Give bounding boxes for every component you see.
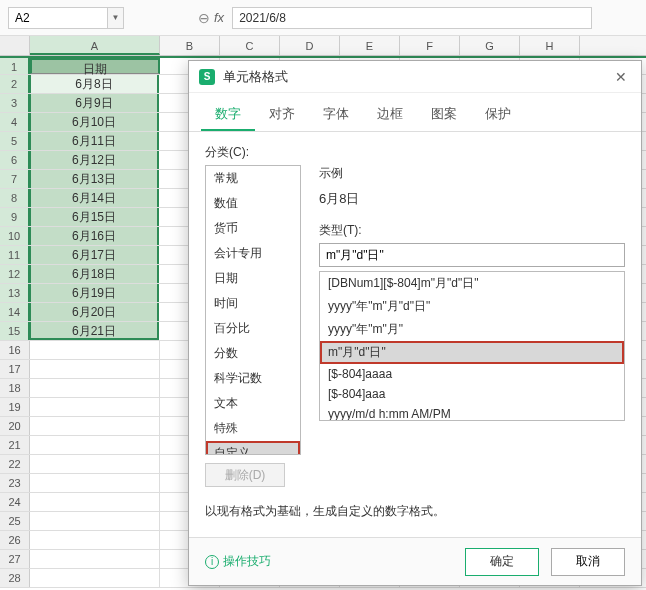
type-item[interactable]: yyyy"年"m"月"d"日"	[320, 295, 624, 318]
row-header-24[interactable]: 24	[0, 493, 30, 511]
category-item[interactable]: 货币	[206, 216, 300, 241]
type-item[interactable]: m"月"d"日"	[320, 341, 624, 364]
category-item[interactable]: 会计专用	[206, 241, 300, 266]
row-header-25[interactable]: 25	[0, 512, 30, 530]
cancel-button[interactable]: 取消	[551, 548, 625, 576]
row-header-8[interactable]: 8	[0, 189, 30, 207]
cell-A20[interactable]	[30, 417, 160, 435]
fx-icon[interactable]: fx	[214, 10, 224, 25]
row-header-3[interactable]: 3	[0, 94, 30, 112]
cell-A2[interactable]: 6月8日	[29, 75, 159, 93]
type-input[interactable]	[319, 243, 625, 267]
tab-0[interactable]: 数字	[201, 99, 255, 131]
category-item[interactable]: 科学记数	[206, 366, 300, 391]
row-header-1[interactable]: 1	[0, 58, 30, 74]
row-header-27[interactable]: 27	[0, 550, 30, 568]
category-list[interactable]: 常规数值货币会计专用日期时间百分比分数科学记数文本特殊自定义	[205, 165, 301, 455]
row-header-18[interactable]: 18	[0, 379, 30, 397]
zoom-out-icon[interactable]: ⊖	[198, 10, 210, 26]
category-item[interactable]: 时间	[206, 291, 300, 316]
row-header-5[interactable]: 5	[0, 132, 30, 150]
row-header-12[interactable]: 12	[0, 265, 30, 283]
cell-A28[interactable]	[30, 569, 160, 587]
col-header-B[interactable]: B	[160, 36, 220, 55]
select-all-corner[interactable]	[0, 36, 30, 55]
type-item[interactable]: [$-804]aaaa	[320, 364, 624, 384]
cell-A8[interactable]: 6月14日	[29, 189, 159, 207]
type-list[interactable]: [DBNum1][$-804]m"月"d"日"yyyy"年"m"月"d"日"yy…	[319, 271, 625, 421]
tab-4[interactable]: 图案	[417, 99, 471, 131]
cell-A15[interactable]: 6月21日	[29, 322, 159, 340]
category-item[interactable]: 百分比	[206, 316, 300, 341]
category-item[interactable]: 文本	[206, 391, 300, 416]
name-box[interactable]	[8, 7, 108, 29]
cell-A5[interactable]: 6月11日	[29, 132, 159, 150]
type-item[interactable]: [DBNum1][$-804]m"月"d"日"	[320, 272, 624, 295]
cell-A10[interactable]: 6月16日	[29, 227, 159, 245]
col-header-F[interactable]: F	[400, 36, 460, 55]
cell-A27[interactable]	[30, 550, 160, 568]
cell-A24[interactable]	[30, 493, 160, 511]
row-header-7[interactable]: 7	[0, 170, 30, 188]
row-header-28[interactable]: 28	[0, 569, 30, 587]
tab-1[interactable]: 对齐	[255, 99, 309, 131]
type-item[interactable]: [$-804]aaa	[320, 384, 624, 404]
category-item[interactable]: 特殊	[206, 416, 300, 441]
category-item[interactable]: 数值	[206, 191, 300, 216]
row-header-10[interactable]: 10	[0, 227, 30, 245]
tab-2[interactable]: 字体	[309, 99, 363, 131]
type-item[interactable]: yyyy"年"m"月"	[320, 318, 624, 341]
row-header-16[interactable]: 16	[0, 341, 30, 359]
formula-bar[interactable]: 2021/6/8	[232, 7, 592, 29]
col-header-H[interactable]: H	[520, 36, 580, 55]
col-header-G[interactable]: G	[460, 36, 520, 55]
cell-A7[interactable]: 6月13日	[29, 170, 159, 188]
row-header-6[interactable]: 6	[0, 151, 30, 169]
cell-A12[interactable]: 6月18日	[29, 265, 159, 283]
col-header-C[interactable]: C	[220, 36, 280, 55]
cell-A6[interactable]: 6月12日	[29, 151, 159, 169]
col-header-D[interactable]: D	[280, 36, 340, 55]
category-item[interactable]: 日期	[206, 266, 300, 291]
cell-A9[interactable]: 6月15日	[29, 208, 159, 226]
cell-A22[interactable]	[30, 455, 160, 473]
cell-A3[interactable]: 6月9日	[29, 94, 159, 112]
tab-5[interactable]: 保护	[471, 99, 525, 131]
category-item[interactable]: 常规	[206, 166, 300, 191]
type-item[interactable]: yyyy/m/d h:mm AM/PM	[320, 404, 624, 421]
tab-3[interactable]: 边框	[363, 99, 417, 131]
cell-A21[interactable]	[30, 436, 160, 454]
cell-A25[interactable]	[30, 512, 160, 530]
row-header-14[interactable]: 14	[0, 303, 30, 321]
row-header-22[interactable]: 22	[0, 455, 30, 473]
row-header-26[interactable]: 26	[0, 531, 30, 549]
cell-A11[interactable]: 6月17日	[29, 246, 159, 264]
row-header-19[interactable]: 19	[0, 398, 30, 416]
cell-A18[interactable]	[30, 379, 160, 397]
cell-A14[interactable]: 6月20日	[29, 303, 159, 321]
cell-A16[interactable]	[30, 341, 160, 359]
row-header-23[interactable]: 23	[0, 474, 30, 492]
cell-A4[interactable]: 6月10日	[29, 113, 159, 131]
row-header-11[interactable]: 11	[0, 246, 30, 264]
cell-A17[interactable]	[30, 360, 160, 378]
category-item[interactable]: 自定义	[206, 441, 300, 455]
col-header-E[interactable]: E	[340, 36, 400, 55]
cell-A26[interactable]	[30, 531, 160, 549]
col-header-A[interactable]: A	[30, 36, 160, 55]
cell-A13[interactable]: 6月19日	[29, 284, 159, 302]
category-item[interactable]: 分数	[206, 341, 300, 366]
cell-A1[interactable]: 日期	[30, 58, 160, 74]
name-box-dropdown[interactable]: ▼	[108, 7, 124, 29]
cell-A23[interactable]	[30, 474, 160, 492]
row-header-17[interactable]: 17	[0, 360, 30, 378]
row-header-13[interactable]: 13	[0, 284, 30, 302]
tips-link[interactable]: i 操作技巧	[205, 553, 271, 570]
ok-button[interactable]: 确定	[465, 548, 539, 576]
row-header-21[interactable]: 21	[0, 436, 30, 454]
row-header-9[interactable]: 9	[0, 208, 30, 226]
row-header-4[interactable]: 4	[0, 113, 30, 131]
row-header-20[interactable]: 20	[0, 417, 30, 435]
row-header-2[interactable]: 2	[0, 75, 30, 93]
cell-A19[interactable]	[30, 398, 160, 416]
